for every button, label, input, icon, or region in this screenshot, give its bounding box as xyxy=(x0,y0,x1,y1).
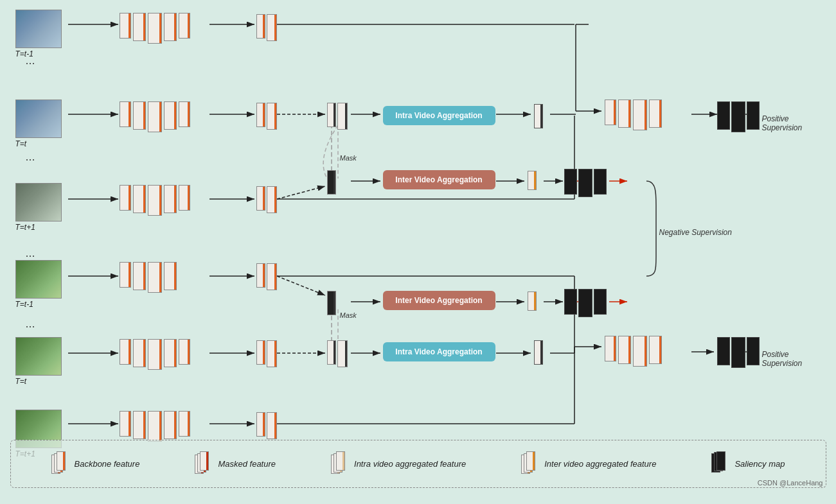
legend-label-inter: Inter video aggregated feature xyxy=(544,459,656,469)
legend-item-intra: Intra video aggregated feature xyxy=(331,451,466,477)
mask-label-1: Mask xyxy=(340,154,357,162)
inter-agg-label-2: Inter Video Aggregation xyxy=(395,296,482,305)
saliency-inter-2 xyxy=(564,289,607,317)
diagram-svg xyxy=(10,6,826,437)
legend-label-backbone: Backbone feature xyxy=(75,459,140,469)
legend-label-saliency: Saliency map xyxy=(734,459,785,469)
t-label-row3: T=t+1 xyxy=(15,223,35,232)
intra-agg-box-1: Intra Video Aggregation xyxy=(383,106,495,125)
saliency-group-1 xyxy=(717,101,760,132)
cnn-group-row1 xyxy=(120,13,190,44)
cnn-after-intra-1 xyxy=(605,100,662,130)
intra-agg-label-1: Intra Video Aggregation xyxy=(395,111,482,120)
legend-label-intra: Intra video aggregated feature xyxy=(354,459,466,469)
legend-item-saliency: Saliency map xyxy=(711,451,785,477)
negative-supervision-label: Negative Supervision xyxy=(659,228,732,237)
dots-2: ··· xyxy=(26,153,35,166)
cnn-group-row2 xyxy=(120,101,190,132)
svg-line-14 xyxy=(277,186,325,199)
legend-item-backbone: Backbone feature xyxy=(51,451,140,477)
image-row5 xyxy=(15,337,62,376)
t-label-row4: T=t-1 xyxy=(15,300,33,309)
inter-agg-box-2: Inter Video Aggregation xyxy=(383,291,495,310)
masked-feature-row4 xyxy=(327,291,336,315)
cnn-group-row4 xyxy=(120,262,177,293)
intra-output-feature-2 xyxy=(534,340,543,365)
feature-row2-backbone xyxy=(256,103,277,130)
image-row2 xyxy=(15,100,62,138)
svg-line-22 xyxy=(277,276,325,295)
inter-output-feature-2 xyxy=(528,291,537,311)
cnn-group-row6 xyxy=(120,411,190,442)
masked-feature-row3 xyxy=(327,170,336,195)
intra-agg-label-2: Intra Video Aggregation xyxy=(395,347,482,356)
inter-agg-label-1: Inter Video Aggregation xyxy=(395,175,482,184)
masked-feature-row2 xyxy=(327,103,348,130)
feature-row3 xyxy=(256,186,277,213)
watermark: CSDN @LanceHang xyxy=(758,479,823,487)
cnn-group-row5 xyxy=(120,339,190,370)
dots-4: ··· xyxy=(26,320,35,333)
dots-1: ··· xyxy=(26,56,35,70)
image-row1 xyxy=(15,10,62,48)
inter-output-feature-1 xyxy=(528,171,537,190)
masked-feature-row5 xyxy=(327,340,348,367)
positive-supervision-2: Positive Supervision xyxy=(762,350,826,368)
intra-output-feature-1 xyxy=(534,104,543,128)
diagram: T=t-1 ··· ··· ··· ··· T=t xyxy=(10,6,826,437)
feature-row6 xyxy=(256,412,277,439)
legend-item-inter: Inter video aggregated feature xyxy=(521,451,656,477)
image-row3 xyxy=(15,183,62,222)
t-label-row5: T=t xyxy=(15,377,27,386)
inter-agg-box-1: Inter Video Aggregation xyxy=(383,170,495,189)
feature-row1 xyxy=(256,14,277,41)
saliency-group-2 xyxy=(717,337,760,368)
feature-row5-backbone xyxy=(256,340,277,367)
saliency-inter-1 xyxy=(564,169,607,197)
intra-agg-box-2: Intra Video Aggregation xyxy=(383,342,495,361)
cnn-group-row3 xyxy=(120,185,190,216)
feature-row4 xyxy=(256,263,277,290)
cnn-after-intra-2 xyxy=(605,336,662,367)
mask-label-2: Mask xyxy=(340,311,357,319)
main-container: T=t-1 ··· ··· ··· ··· T=t xyxy=(10,6,826,488)
legend-item-masked: Masked feature xyxy=(195,451,276,477)
t-label-row2: T=t xyxy=(15,139,27,148)
legend-box: Backbone feature Masked feature Intra vi… xyxy=(10,440,826,488)
positive-supervision-1: Positive Supervision xyxy=(762,114,826,132)
legend-label-masked: Masked feature xyxy=(218,459,276,469)
image-row4 xyxy=(15,260,62,299)
